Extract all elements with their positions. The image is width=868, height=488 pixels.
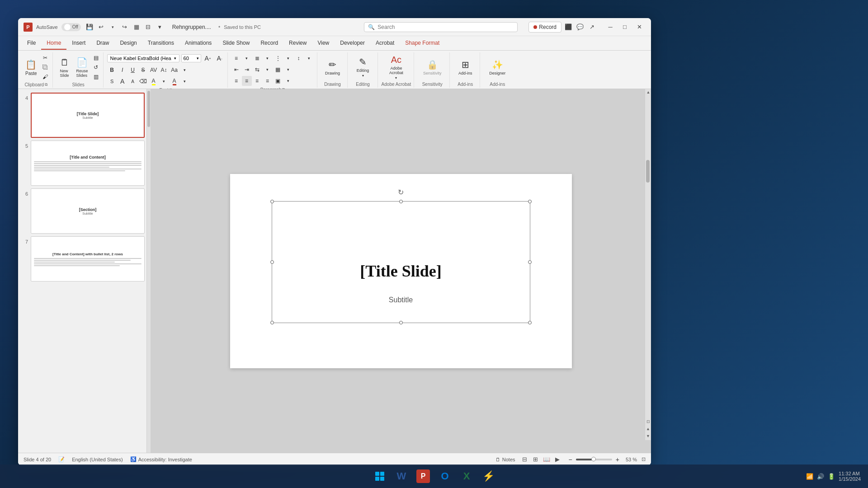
addins-button[interactable]: ⊞ Add-ins [453, 56, 477, 79]
slide-panel-scrollbar[interactable] [147, 89, 151, 453]
taskbar-outlook[interactable]: O [435, 466, 455, 486]
undo-icon[interactable]: ↩ [96, 22, 106, 32]
zoom-track[interactable] [576, 459, 612, 460]
handle-bottom-left[interactable] [270, 321, 274, 324]
handle-bottom-right[interactable] [528, 321, 532, 324]
spell-check-icon[interactable]: 📝 [58, 456, 65, 462]
present-icon[interactable]: ▦ [132, 22, 142, 32]
scroll-up-arrow[interactable]: ▲ [645, 89, 651, 95]
align-center[interactable]: ≡ [242, 76, 252, 86]
slide-thumb-4[interactable]: [Title Slide] Subtitle [31, 93, 145, 138]
tab-view[interactable]: View [312, 37, 335, 50]
new-slide-button[interactable]: 🗒 NewSlide [57, 56, 73, 79]
font-size-large[interactable]: A [118, 76, 127, 86]
slide-thumb-7[interactable]: [Title and Content] with bullet list, 2 … [31, 236, 145, 282]
maximize-button[interactable]: □ [618, 22, 631, 33]
copy-button[interactable]: ⿻ [41, 63, 50, 72]
tab-developer[interactable]: Developer [335, 37, 370, 50]
undo-dropdown-icon[interactable]: ▾ [108, 22, 118, 32]
present-btn[interactable]: ⬛ [563, 22, 573, 32]
tab-acrobat[interactable]: Acrobat [370, 37, 400, 50]
font-dropdown[interactable]: Neue Kabel ExtraBold (Hea ▾ [107, 54, 179, 62]
format-painter-button[interactable]: 🖌 [41, 72, 50, 81]
taskbar-word[interactable]: W [392, 466, 411, 486]
slide-subtitle[interactable]: Subtitle [389, 296, 413, 304]
multilevel-dropdown[interactable]: ▾ [283, 53, 293, 63]
taskbar-powerpoint[interactable]: P [413, 466, 433, 486]
fit-to-window-button[interactable]: ⊡ [642, 456, 646, 462]
minimize-button[interactable]: ─ [604, 22, 617, 33]
handle-bottom-mid[interactable] [399, 321, 403, 324]
smart-art-dropdown[interactable]: ▾ [283, 76, 293, 86]
font-increase-button[interactable]: A+ [203, 53, 213, 63]
line-spacing-dropdown[interactable]: ▾ [304, 53, 314, 63]
font-color-dropdown[interactable]: ▾ [180, 76, 190, 86]
comment-icon[interactable]: 💬 [575, 22, 585, 32]
font-decrease-button[interactable]: A- [215, 53, 225, 63]
columns-dropdown[interactable]: ▾ [283, 65, 293, 75]
search-input[interactable] [377, 24, 514, 30]
bold-button[interactable]: B [107, 65, 117, 75]
tab-design[interactable]: Design [114, 37, 142, 50]
handle-mid-right[interactable] [528, 260, 532, 264]
slide-thumb-6[interactable]: [Section] Subtitle [31, 188, 145, 234]
text-shadow-button[interactable]: S [107, 76, 117, 86]
sensitivity-button[interactable]: 🔒 Sensitivity [418, 56, 447, 79]
smart-art-button[interactable]: ▣ [273, 76, 283, 86]
change-case-button[interactable]: Aa [170, 65, 179, 75]
slide-show-button[interactable]: ▶ [552, 455, 562, 465]
handle-top-mid[interactable] [399, 200, 403, 203]
adobe-button[interactable]: Ac AdobeAcrobat ▾ [382, 56, 410, 79]
case-dropdown[interactable]: ▾ [180, 65, 190, 75]
slide-thumb-5[interactable]: [Title and Content] [31, 141, 145, 186]
tab-animations[interactable]: Animations [179, 37, 217, 50]
slide-canvas[interactable]: ↻ [Title Slide] S [230, 174, 572, 368]
tab-slideshow[interactable]: Slide Show [217, 37, 255, 50]
increase-indent[interactable]: ⇥ [242, 65, 252, 75]
handle-top-left[interactable] [270, 200, 274, 203]
tab-shape-format[interactable]: Shape Format [400, 37, 445, 50]
strikethrough-button[interactable]: S [138, 65, 148, 75]
zoom-out-button[interactable]: − [567, 455, 574, 464]
underline-button[interactable]: U [128, 65, 138, 75]
tab-file[interactable]: File [22, 37, 41, 50]
char-spacing-button[interactable]: A↕ [159, 65, 169, 75]
slide-sorter-button[interactable]: ⊞ [531, 455, 541, 465]
align-left[interactable]: ≡ [231, 76, 241, 86]
font-color-btn[interactable]: A [170, 76, 179, 86]
layout-button[interactable]: ▤ [92, 53, 100, 62]
size-dropdown[interactable]: 60 ▾ [181, 54, 201, 62]
tab-review[interactable]: Review [283, 37, 312, 50]
justify[interactable]: ≡ [263, 76, 273, 86]
redo-icon[interactable]: ↪ [120, 22, 130, 32]
record-button[interactable]: Record [528, 22, 561, 33]
editing-button[interactable]: ✎ Editing ▾ [351, 56, 375, 79]
search-box[interactable]: 🔍 [364, 22, 518, 32]
bullets-dropdown[interactable]: ▾ [242, 53, 252, 63]
zoom-in-button[interactable]: + [614, 455, 621, 464]
cut-button[interactable]: ✂ [41, 53, 50, 62]
customize-icon[interactable]: ▾ [155, 22, 165, 32]
italic-button[interactable]: I [118, 65, 127, 75]
save-icon[interactable]: 💾 [85, 22, 94, 32]
text-direction-button[interactable]: ⇆ [252, 65, 262, 75]
wifi-icon[interactable]: 📶 [806, 473, 813, 480]
notes-button[interactable]: 🗒 Notes [495, 457, 515, 462]
autosave-toggle[interactable]: Off [61, 23, 81, 31]
close-button[interactable]: ✕ [633, 22, 646, 33]
reuse-slides-button[interactable]: 📄 ReuseSlides [74, 56, 91, 79]
font-size-small[interactable]: A [128, 76, 138, 86]
decrease-indent[interactable]: ⇤ [231, 65, 241, 75]
zoom-up[interactable]: ▲ [645, 426, 651, 432]
monitor-icon[interactable]: ⊟ [143, 22, 153, 32]
tab-draw[interactable]: Draw [91, 37, 114, 50]
zoom-fit[interactable]: ⊡ [645, 418, 651, 425]
rotate-handle[interactable]: ↻ [398, 188, 404, 197]
designer-button[interactable]: ✨ Designer [484, 56, 511, 79]
numbering-button[interactable]: ≣ [252, 53, 262, 63]
spacing-button[interactable]: AV [149, 65, 159, 75]
zoom-percent[interactable]: 53 % [626, 457, 637, 462]
drawing-button[interactable]: ✏ Drawing [321, 56, 344, 79]
section-button[interactable]: ▥ [92, 72, 100, 81]
bullets-button[interactable]: ≡ [231, 53, 241, 63]
